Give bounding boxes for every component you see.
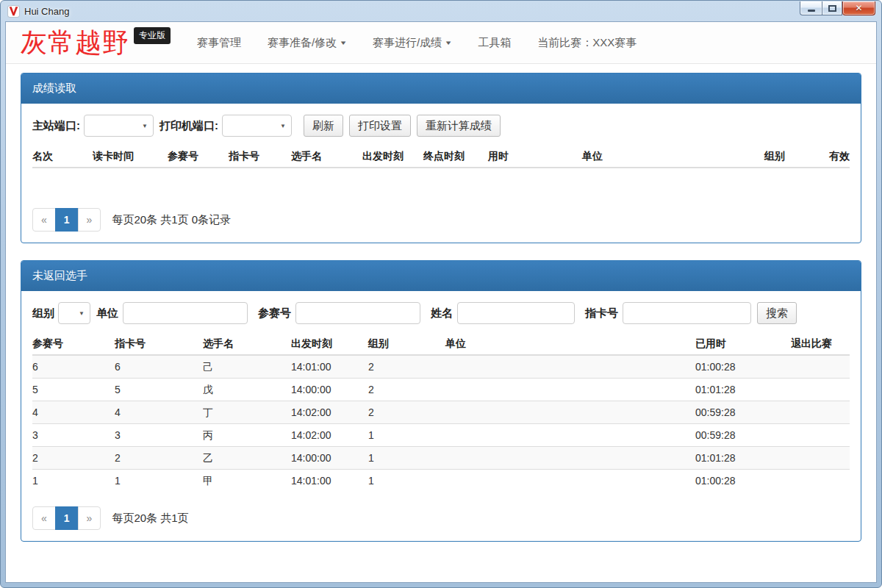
main-content: 成绩读取 主站端口: ▼ 打印机端口: ▼ 刷新 xyxy=(6,64,876,567)
print-settings-button[interactable]: 打印设置 xyxy=(349,115,411,137)
recalculate-results-button[interactable]: 重新计算成绩 xyxy=(417,115,501,137)
pagination-prev[interactable]: « xyxy=(32,506,56,530)
table-row: 5 5 戊 14:00:00 2 01:01:28 xyxy=(32,379,850,401)
nav-item-event-prepare-modify[interactable]: 赛事准备/修改 ▼ xyxy=(268,36,346,50)
cell-bib: 3 xyxy=(32,424,115,447)
column-header-valid: 有效 xyxy=(829,146,850,168)
printer-port-label: 打印机端口: xyxy=(159,119,218,133)
cell-unit xyxy=(445,355,695,379)
nav-item-label: 赛事管理 xyxy=(197,36,241,50)
app-logo-icon xyxy=(7,5,20,18)
cell-unit xyxy=(445,401,695,424)
main-port-select[interactable]: ▼ xyxy=(84,115,154,137)
cell-elapsed: 00:59:28 xyxy=(695,424,791,447)
cell-card: 2 xyxy=(115,447,203,470)
nav-item-event-management[interactable]: 赛事管理 xyxy=(197,36,241,50)
nav-item-event-progress-results[interactable]: 赛事进行/成绩 ▼ xyxy=(373,36,451,50)
printer-port-select[interactable]: ▼ xyxy=(222,115,292,137)
panel-unreturned-players-body: 组别 ▼ 单位 参赛号 姓名 指卡号 搜索 xyxy=(21,291,861,541)
table-header-row: 名次 读卡时间 参赛号 指卡号 选手名 出发时刻 终点时刻 用时 单位 组别 有 xyxy=(32,146,850,168)
group-filter-label: 组别 xyxy=(32,306,54,320)
maximize-button[interactable] xyxy=(822,1,842,15)
titlebar[interactable]: Hui Chang ✕ xyxy=(1,1,881,21)
cell-name: 乙 xyxy=(203,447,291,470)
nav-item-label: 赛事准备/修改 xyxy=(268,36,337,50)
navbar: 灰常越野 专业版 赛事管理 赛事准备/修改 ▼ 赛事进行/成绩 ▼ 工具箱 xyxy=(6,22,876,64)
column-header-group: 组别 xyxy=(368,333,445,355)
table-header-row: 参赛号 指卡号 选手名 出发时刻 组别 单位 已用时 退出比赛 xyxy=(32,333,850,355)
minimize-button[interactable] xyxy=(800,1,822,15)
score-reading-table: 名次 读卡时间 参赛号 指卡号 选手名 出发时刻 终点时刻 用时 单位 组别 有 xyxy=(32,146,850,168)
pagination-summary: 每页20条 共1页 xyxy=(112,512,188,526)
brand-logo: 灰常越野 xyxy=(21,26,129,60)
unit-filter-input[interactable] xyxy=(123,302,248,324)
cell-quit xyxy=(791,470,850,492)
name-filter-label: 姓名 xyxy=(431,306,453,320)
column-header-start-time: 出发时刻 xyxy=(362,146,423,168)
column-header-group: 组别 xyxy=(764,146,829,168)
column-header-unit: 单位 xyxy=(582,146,764,168)
minimize-icon xyxy=(808,10,815,12)
column-header-elapsed: 已用时 xyxy=(695,333,791,355)
pagination-next[interactable]: » xyxy=(79,208,101,232)
name-filter-input[interactable] xyxy=(457,302,575,324)
cell-group: 1 xyxy=(368,470,445,492)
pagination-next-label: » xyxy=(78,506,101,530)
current-race-label: 当前比赛：XXX赛事 xyxy=(537,36,637,50)
select-caret-icon: ▼ xyxy=(79,310,85,317)
score-reading-pagination-row: « 1 » 每页20条 共1页 0条记录 xyxy=(32,208,850,232)
cell-name: 丙 xyxy=(203,424,291,447)
column-header-read-time: 读卡时间 xyxy=(93,146,168,168)
cell-bib: 6 xyxy=(32,355,115,379)
column-header-unit: 单位 xyxy=(445,333,695,355)
maximize-icon xyxy=(828,5,836,12)
pagination-page-label: 1 xyxy=(55,506,79,530)
pagination-page-label: 1 xyxy=(55,208,79,232)
pagination-page-1[interactable]: 1 xyxy=(56,506,79,530)
cell-elapsed: 01:01:28 xyxy=(695,379,791,401)
bib-filter-label: 参赛号 xyxy=(258,306,291,320)
cell-name: 己 xyxy=(203,355,291,379)
cell-bib: 2 xyxy=(32,447,115,470)
pagination-prev[interactable]: « xyxy=(32,208,56,232)
cell-bib: 1 xyxy=(32,470,115,492)
pagination-page-1[interactable]: 1 xyxy=(56,208,79,232)
pagination: « 1 » xyxy=(32,506,101,530)
cell-name: 甲 xyxy=(203,470,291,492)
group-filter-select[interactable]: ▼ xyxy=(58,302,90,324)
application-window: Hui Chang ✕ 灰常越野 专业版 赛事管理 xyxy=(0,0,882,588)
cell-card: 1 xyxy=(115,470,203,492)
cell-bib: 5 xyxy=(32,379,115,401)
column-header-name: 选手名 xyxy=(203,333,291,355)
panel-unreturned-players-title: 未返回选手 xyxy=(21,261,861,291)
close-icon: ✕ xyxy=(855,3,862,13)
nav-item-toolbox[interactable]: 工具箱 xyxy=(478,36,511,50)
pagination: « 1 » xyxy=(32,208,101,232)
pagination-next[interactable]: » xyxy=(79,506,101,530)
close-button[interactable]: ✕ xyxy=(842,1,875,15)
cell-card: 4 xyxy=(115,401,203,424)
select-caret-icon: ▼ xyxy=(142,123,148,129)
bib-filter-input[interactable] xyxy=(295,302,420,324)
refresh-button[interactable]: 刷新 xyxy=(304,115,343,137)
cell-unit xyxy=(445,470,695,492)
cell-elapsed: 01:01:28 xyxy=(695,447,791,470)
cell-start-time: 14:02:00 xyxy=(291,424,368,447)
cell-quit xyxy=(791,447,850,470)
column-header-name: 选手名 xyxy=(291,146,362,168)
cell-unit xyxy=(445,379,695,401)
filter-form-row: 组别 ▼ 单位 参赛号 姓名 指卡号 搜索 xyxy=(32,302,850,324)
cell-start-time: 14:02:00 xyxy=(291,401,368,424)
nav-item-label: 赛事进行/成绩 xyxy=(373,36,442,50)
card-filter-input[interactable] xyxy=(623,302,751,324)
cell-start-time: 14:00:00 xyxy=(291,379,368,401)
column-header-bib: 参赛号 xyxy=(168,146,229,168)
panel-unreturned-players: 未返回选手 组别 ▼ 单位 参赛号 姓名 指卡号 xyxy=(21,260,861,542)
pagination-prev-label: « xyxy=(32,208,56,232)
table-row: 4 4 丁 14:02:00 2 00:59:28 xyxy=(32,401,850,424)
panel-score-reading-title: 成绩读取 xyxy=(21,74,861,104)
search-button[interactable]: 搜索 xyxy=(757,302,797,324)
cell-group: 1 xyxy=(368,424,445,447)
cell-group: 2 xyxy=(368,401,445,424)
cell-quit xyxy=(791,424,850,447)
